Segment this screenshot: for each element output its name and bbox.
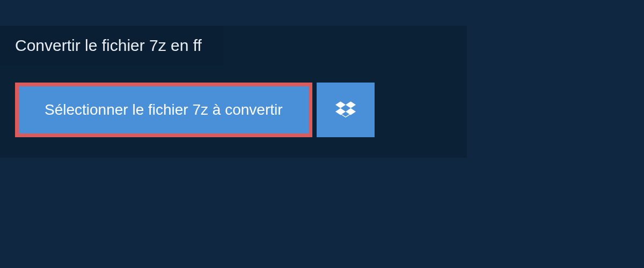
- converter-panel: Convertir le fichier 7z en ff Sélectionn…: [0, 26, 467, 158]
- button-row: Sélectionner le fichier 7z à convertir: [15, 83, 467, 137]
- dropbox-icon: [335, 100, 356, 120]
- page-title: Convertir le fichier 7z en ff: [15, 36, 202, 54]
- select-file-button[interactable]: Sélectionner le fichier 7z à convertir: [15, 83, 312, 137]
- page-title-tab: Convertir le fichier 7z en ff: [0, 26, 223, 65]
- dropbox-button[interactable]: [317, 83, 375, 137]
- select-file-label: Sélectionner le fichier 7z à convertir: [45, 101, 283, 118]
